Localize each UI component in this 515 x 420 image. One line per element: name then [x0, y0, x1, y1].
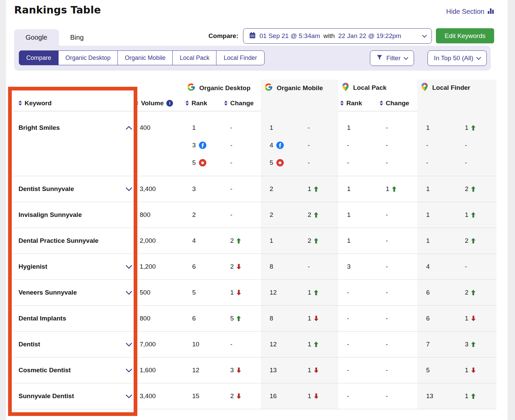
sort-icon[interactable]: [135, 101, 138, 106]
keyword-line: Invisalign Sunnyvale: [13, 206, 135, 224]
rank-cell: -: [338, 284, 378, 301]
arrow-up-icon: [314, 186, 318, 192]
change-value: 2: [230, 392, 234, 400]
rank-line: -: [338, 284, 378, 301]
rank-cell: -: [338, 387, 378, 405]
keyword-label: Veneers Sunnyvale: [19, 289, 77, 296]
change-line: -: [378, 310, 417, 327]
volume-cell: 800: [135, 310, 183, 327]
keyword-column-header[interactable]: Keyword: [13, 100, 135, 107]
group-header-label: Organic Desktop: [199, 84, 250, 92]
change-column-header[interactable]: Change: [222, 100, 261, 107]
table-row: Invisalign Sunnyvale8002-221-11: [13, 202, 496, 228]
rank-value: 6: [426, 315, 430, 322]
change-line: 1: [378, 180, 417, 198]
rank-line: 6: [417, 310, 457, 327]
rankings-card: Rankings Table Hide Section GoogleBing C…: [6, 0, 508, 420]
sort-icon[interactable]: [380, 101, 383, 106]
chevron-down-icon[interactable]: [126, 185, 132, 191]
rank-value: 12: [270, 289, 277, 296]
rank-column-header[interactable]: Rank: [338, 100, 378, 107]
arrow-down-icon: [314, 316, 318, 321]
hide-section-label: Hide Section: [446, 8, 484, 15]
rank-cell: 1: [417, 206, 457, 224]
table-group-header-row: Organic DesktopOrganic MobileLocal PackL…: [13, 80, 496, 95]
chevron-down-icon[interactable]: [126, 262, 132, 269]
sort-icon[interactable]: [224, 101, 228, 106]
view-tab-organic-mobile[interactable]: Organic Mobile: [117, 50, 173, 65]
chevron-down-icon[interactable]: [126, 366, 132, 373]
rank-value: 1: [347, 211, 351, 219]
top-rank-filter-button[interactable]: In Top 50 (All): [427, 50, 487, 66]
volume-column-header[interactable]: Volumei: [135, 100, 183, 107]
change-cell: 2: [457, 180, 496, 198]
filter-button[interactable]: Filter: [370, 50, 414, 66]
rank-value: 4: [426, 263, 430, 270]
change-value: -: [308, 142, 310, 149]
change-line: -: [378, 336, 417, 353]
view-tab-organic-desktop[interactable]: Organic Desktop: [58, 50, 118, 65]
arrow-up-icon: [471, 125, 476, 130]
rank-line: 1: [261, 232, 300, 250]
chevron-up-icon[interactable]: [126, 126, 132, 132]
keyword-line: Bright Smiles: [13, 119, 135, 137]
sort-icon[interactable]: [19, 101, 22, 106]
rank-line: -: [338, 387, 378, 405]
rank-column-header[interactable]: Rank: [183, 100, 222, 107]
tab-google[interactable]: Google: [14, 29, 59, 46]
rank-value: 2: [270, 211, 273, 219]
keyword-cell: Veneers Sunnyvale: [13, 284, 135, 301]
google-g-icon: [187, 83, 196, 93]
rank-line: 1: [417, 119, 457, 137]
volume-cell: 2,000: [135, 232, 183, 250]
sort-icon[interactable]: [340, 101, 344, 106]
rank-value: -: [347, 315, 349, 322]
rank-value: -: [347, 142, 349, 149]
keyword-label: Dental Practice Sunnyvale: [19, 237, 99, 244]
view-tab-local-finder[interactable]: Local Finder: [216, 50, 264, 65]
table-row: Dentist7,00010-121--73: [13, 332, 496, 357]
change-value: 3: [465, 341, 469, 348]
change-cell: 1: [457, 206, 496, 224]
arrow-up-icon: [471, 342, 476, 347]
rank-cell: 15: [183, 387, 222, 405]
group-header-organic-desktop: Organic Desktop: [183, 83, 261, 95]
date-to: 22 Jan 22 @ 19:22pm: [338, 32, 401, 40]
change-value: 1: [465, 392, 469, 400]
view-tabs: CompareOrganic DesktopOrganic MobileLoca…: [19, 50, 265, 65]
compare-date-picker[interactable]: 01 Sep 21 @ 5:34am with 22 Jan 22 @ 19:2…: [243, 28, 432, 44]
edit-keywords-button[interactable]: Edit Keywords: [436, 28, 494, 43]
volume-line: 1,600: [135, 361, 183, 379]
rank-line: 2: [261, 206, 300, 224]
tab-bing[interactable]: Bing: [59, 29, 95, 46]
change-line: 2: [300, 206, 338, 224]
view-tab-local-pack[interactable]: Local Pack: [172, 50, 217, 65]
sort-icon[interactable]: [185, 101, 189, 106]
hide-section-link[interactable]: Hide Section: [446, 7, 494, 16]
rank-line: 12: [261, 284, 300, 301]
change-line: -: [222, 206, 261, 224]
chevron-down-icon[interactable]: [126, 340, 132, 347]
rank-line: 5✱: [183, 154, 222, 171]
arrow-up-icon: [471, 393, 476, 399]
yelp-icon: ✱: [276, 159, 284, 166]
rank-value: 13: [426, 392, 433, 400]
date-from: 01 Sep 21 @ 5:34am: [260, 32, 320, 40]
svg-text:✱: ✱: [278, 160, 282, 165]
volume-line: 400: [135, 119, 183, 137]
view-tab-compare[interactable]: Compare: [19, 50, 59, 65]
change-value: -: [386, 289, 388, 296]
column-header-label: Rank: [192, 100, 207, 107]
change-line: 5: [222, 310, 261, 327]
change-column-header[interactable]: Change: [378, 100, 417, 107]
change-cell: 1: [300, 180, 338, 198]
rank-value: 1: [347, 124, 351, 131]
info-icon[interactable]: i: [166, 100, 173, 107]
keyword-label: Dentist: [19, 341, 40, 348]
volume-cell: 1,600: [135, 361, 183, 379]
rank-value: 3: [192, 185, 196, 193]
change-value: 5: [230, 315, 234, 322]
chevron-down-icon[interactable]: [126, 392, 132, 398]
rank-line: 1: [417, 232, 457, 250]
chevron-down-icon[interactable]: [126, 288, 132, 295]
